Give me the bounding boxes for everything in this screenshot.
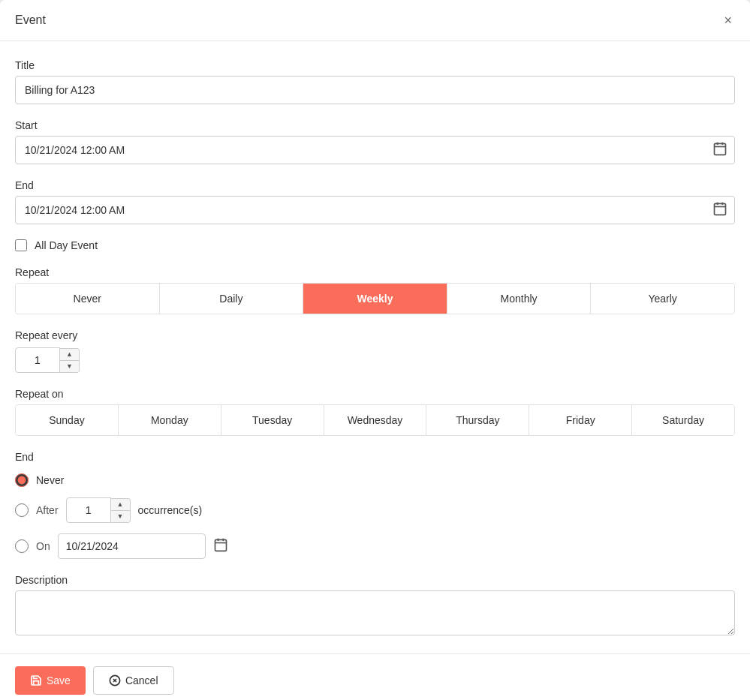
repeat-on-group: Repeat on Sunday Monday Tuesday Wednesda…: [15, 388, 735, 436]
repeat-every-label: Repeat every: [15, 329, 735, 341]
end-never-label: Never: [36, 474, 64, 486]
day-wednesday[interactable]: Wednesday: [324, 405, 427, 435]
after-spinner: ▲ ▼: [66, 497, 131, 523]
after-down-btn[interactable]: ▼: [111, 511, 130, 522]
all-day-row: All Day Event: [15, 239, 735, 251]
cancel-button[interactable]: Cancel: [93, 666, 174, 695]
end-label: End: [15, 179, 735, 191]
repeat-every-input[interactable]: [15, 347, 60, 373]
day-monday[interactable]: Monday: [119, 405, 221, 435]
repeat-tab-yearly[interactable]: Yearly: [591, 284, 734, 314]
svg-rect-8: [215, 539, 226, 551]
repeat-every-down-btn[interactable]: ▼: [60, 361, 79, 372]
description-field-group: Description: [15, 574, 735, 635]
end-field-group: End: [15, 179, 735, 224]
start-label: Start: [15, 119, 735, 131]
dialog-body: Title Start End: [0, 41, 750, 653]
after-up-btn[interactable]: ▲: [111, 499, 130, 511]
end-after-radio[interactable]: [15, 503, 29, 517]
end-after-label: After: [36, 504, 59, 516]
repeat-tab-weekly[interactable]: Weekly: [303, 284, 447, 314]
close-button[interactable]: ×: [721, 12, 735, 29]
event-dialog: Event × Title Start: [0, 0, 750, 700]
after-input[interactable]: [66, 497, 111, 523]
start-input[interactable]: [15, 136, 735, 164]
repeat-tab-never[interactable]: Never: [16, 284, 160, 314]
occurrences-label: occurrence(s): [138, 504, 203, 516]
day-tuesday[interactable]: Tuesday: [221, 405, 324, 435]
repeat-every-spinner: ▲ ▼: [15, 347, 735, 373]
start-calendar-icon[interactable]: [711, 140, 729, 161]
svg-rect-0: [715, 143, 726, 155]
end-never-row: Never: [15, 473, 735, 487]
day-saturday[interactable]: Saturday: [632, 405, 734, 435]
svg-rect-4: [715, 203, 726, 215]
repeat-every-up-btn[interactable]: ▲: [60, 349, 79, 361]
save-icon: [30, 674, 42, 686]
end-after-row: After ▲ ▼ occurrence(s): [15, 497, 735, 523]
end-section: End Never After ▲ ▼ occurrence(s): [15, 451, 735, 559]
end-on-row: On: [15, 533, 735, 559]
description-input[interactable]: [15, 590, 735, 635]
end-never-radio[interactable]: [15, 473, 29, 487]
end-on-calendar-icon[interactable]: [213, 537, 228, 556]
day-thursday[interactable]: Thursday: [426, 405, 529, 435]
dialog-footer: Save Cancel: [0, 653, 750, 700]
title-field-group: Title: [15, 59, 735, 104]
repeat-field-group: Repeat Never Daily Weekly Monthly Yearly: [15, 266, 735, 314]
start-input-wrapper: [15, 136, 735, 164]
dialog-title: Event: [15, 14, 46, 27]
title-input[interactable]: [15, 76, 735, 104]
start-field-group: Start: [15, 119, 735, 164]
end-on-label: On: [36, 540, 50, 552]
dialog-header: Event ×: [0, 0, 750, 41]
end-input-wrapper: [15, 196, 735, 224]
repeat-on-days: Sunday Monday Tuesday Wednesday Thursday…: [15, 404, 735, 436]
repeat-tab-daily[interactable]: Daily: [160, 284, 304, 314]
end-on-date-input[interactable]: [58, 533, 206, 559]
repeat-tabs: Never Daily Weekly Monthly Yearly: [15, 283, 735, 314]
end-input[interactable]: [15, 196, 735, 224]
title-label: Title: [15, 59, 735, 71]
repeat-label: Repeat: [15, 266, 735, 278]
day-sunday[interactable]: Sunday: [16, 405, 119, 435]
end-section-label: End: [15, 451, 735, 463]
repeat-every-group: Repeat every ▲ ▼: [15, 329, 735, 373]
end-calendar-icon[interactable]: [711, 200, 729, 221]
repeat-every-spinner-btns: ▲ ▼: [60, 348, 80, 373]
day-friday[interactable]: Friday: [529, 405, 632, 435]
repeat-on-label: Repeat on: [15, 388, 735, 400]
after-spinner-btns: ▲ ▼: [111, 498, 131, 523]
cancel-icon: [109, 674, 121, 686]
end-on-radio[interactable]: [15, 539, 29, 553]
description-label: Description: [15, 574, 735, 586]
repeat-tab-monthly[interactable]: Monthly: [447, 284, 592, 314]
all-day-checkbox[interactable]: [15, 239, 27, 251]
save-button[interactable]: Save: [15, 666, 86, 695]
all-day-label: All Day Event: [35, 239, 98, 251]
